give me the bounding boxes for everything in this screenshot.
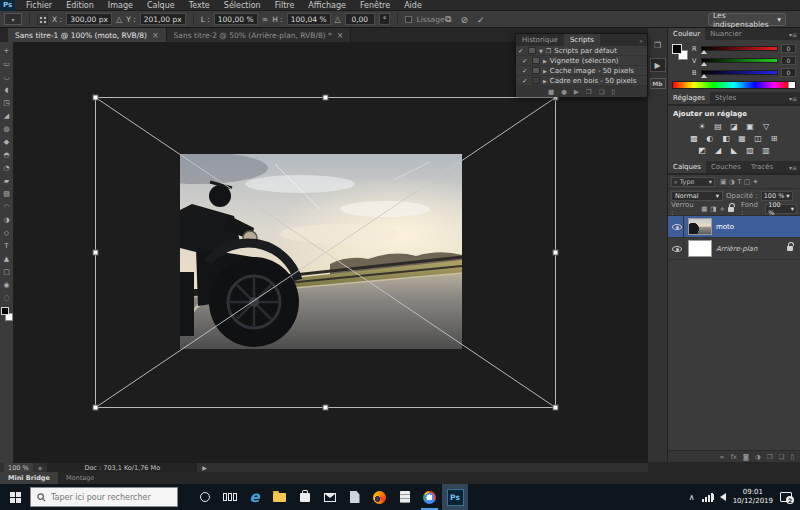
- adjustment-layer-icon[interactable]: ◑: [755, 453, 761, 461]
- crop-tool[interactable]: ◳: [0, 96, 14, 109]
- edge-button[interactable]: e: [242, 484, 267, 510]
- brush-tool[interactable]: ◆: [0, 135, 14, 148]
- tab-couches[interactable]: Couches: [706, 161, 746, 173]
- tab-mini-bridge[interactable]: Mini Bridge: [0, 472, 58, 484]
- lock-transparency-icon[interactable]: ▦: [701, 205, 707, 213]
- channel-value-field[interactable]: 0: [781, 44, 796, 53]
- lock-position-icon[interactable]: +: [719, 205, 724, 213]
- opacity-field[interactable]: 100 % ▾: [761, 191, 793, 201]
- record-icon[interactable]: ●: [561, 88, 567, 96]
- task-view-button[interactable]: [217, 484, 242, 510]
- dialog-toggle-icon[interactable]: [532, 67, 540, 74]
- trash-icon[interactable]: ▯: [790, 453, 794, 461]
- move-tool[interactable]: +: [0, 44, 14, 57]
- menu-calque[interactable]: Calque: [140, 1, 182, 10]
- adjustment-icon[interactable]: ▥: [760, 145, 773, 155]
- panel-color-swatches[interactable]: [672, 44, 688, 60]
- tab-traces[interactable]: Tracés: [746, 161, 778, 173]
- action-row[interactable]: ✓ ▶ Cache image - 50 pixels: [516, 66, 647, 76]
- adjustment-icon[interactable]: ▦: [736, 133, 749, 143]
- zoom-level-field[interactable]: 100 %: [4, 463, 33, 472]
- tab-scripts[interactable]: Scripts: [564, 34, 600, 46]
- menu-selection[interactable]: Sélection: [217, 1, 268, 10]
- layer-style-icon[interactable]: fx: [731, 453, 737, 461]
- adjustment-icon[interactable]: ▽: [760, 121, 773, 131]
- calculator-button[interactable]: [392, 484, 417, 510]
- chrome-button[interactable]: [417, 484, 442, 510]
- menu-fenetre[interactable]: Fenêtre: [353, 1, 397, 10]
- eyedropper-tool[interactable]: ◢: [0, 109, 14, 122]
- quick-selection-tool[interactable]: ◖: [0, 83, 14, 96]
- width-input[interactable]: 100,00 %: [214, 13, 258, 25]
- check-icon[interactable]: ✓: [522, 77, 529, 85]
- menu-aide[interactable]: Aide: [397, 1, 429, 10]
- adjustment-icon[interactable]: ◧: [720, 133, 733, 143]
- new-set-icon[interactable]: ❐: [586, 88, 592, 96]
- history-brush-tool[interactable]: ◔: [0, 161, 14, 174]
- mini-bridge-panel-icon[interactable]: Mb: [650, 78, 666, 89]
- relative-position-icon[interactable]: △: [116, 15, 122, 24]
- tab-couleur[interactable]: Couleur: [668, 28, 705, 40]
- lasso-tool[interactable]: ◡: [0, 70, 14, 83]
- foreground-color-swatch[interactable]: [1, 307, 9, 315]
- menu-image[interactable]: Image: [101, 1, 140, 10]
- angle-input[interactable]: 0,00: [345, 13, 375, 25]
- tab-nuancier[interactable]: Nuancier: [705, 28, 746, 40]
- link-layers-icon[interactable]: ∞: [719, 453, 724, 461]
- new-action-icon[interactable]: ❏: [599, 88, 605, 96]
- blur-tool[interactable]: ◠: [0, 200, 14, 213]
- adjustment-icon[interactable]: ▧: [744, 145, 757, 155]
- gradient-tool[interactable]: ▨: [0, 187, 14, 200]
- onenote-button[interactable]: [342, 484, 367, 510]
- cancel-transform-icon[interactable]: ⊘: [460, 15, 468, 25]
- adjustment-icon[interactable]: ▩: [688, 133, 701, 143]
- layer-filter-type-dropdown[interactable]: ⌕ Type ▾: [671, 177, 715, 187]
- new-group-icon[interactable]: ❐: [767, 453, 773, 461]
- check-icon[interactable]: ✓: [522, 67, 529, 75]
- play-icon[interactable]: ▶: [574, 88, 579, 96]
- expand-icon[interactable]: ▶: [543, 58, 547, 64]
- channel-slider[interactable]: [701, 70, 778, 75]
- tab-styles[interactable]: Styles: [710, 92, 741, 104]
- dialog-toggle-icon[interactable]: [532, 57, 540, 64]
- menu-affichage[interactable]: Affichage: [301, 1, 353, 10]
- layer-row-arriere-plan[interactable]: Arrière-plan: [668, 238, 800, 260]
- tray-expand-icon[interactable]: ∧: [689, 493, 695, 502]
- adjustment-icon[interactable]: ◫: [752, 133, 765, 143]
- close-icon[interactable]: ×: [337, 31, 344, 40]
- taskbar-search[interactable]: [30, 487, 178, 507]
- pen-tool[interactable]: ◇: [0, 226, 14, 239]
- adjustment-icon[interactable]: ▣: [744, 121, 757, 131]
- store-button[interactable]: [292, 484, 317, 510]
- eraser-tool[interactable]: ▰: [0, 174, 14, 187]
- lock-pixels-icon[interactable]: ◨: [710, 205, 716, 213]
- search-input[interactable]: [51, 493, 161, 502]
- channel-slider[interactable]: [701, 58, 778, 63]
- adjustment-icon[interactable]: ◐: [704, 133, 717, 143]
- tool-preset-picker[interactable]: ▾: [4, 13, 22, 25]
- zoom-tool[interactable]: ◌: [0, 291, 14, 304]
- layer-thumbnail[interactable]: [688, 240, 712, 257]
- adjustment-icon[interactable]: ▤: [712, 121, 725, 131]
- cortana-button[interactable]: [192, 484, 217, 510]
- visibility-cell[interactable]: [671, 238, 684, 259]
- photoshop-taskbar-button[interactable]: Ps: [442, 484, 468, 510]
- link-dimensions-icon[interactable]: ∞: [262, 15, 269, 24]
- channel-value-field[interactable]: 0: [781, 56, 796, 65]
- reference-point-icon[interactable]: [37, 14, 48, 25]
- color-spectrum-ramp[interactable]: [672, 81, 796, 89]
- menu-texte[interactable]: Texte: [182, 1, 217, 10]
- fill-field[interactable]: 100 % ▾: [765, 204, 797, 214]
- dodge-tool[interactable]: ◑: [0, 213, 14, 226]
- action-set-row[interactable]: ✓ ▼ ❐ Scripts par défaut: [516, 46, 647, 56]
- text-tool[interactable]: T: [0, 239, 14, 252]
- shape-tool[interactable]: ▢: [0, 265, 14, 278]
- foreground-color-swatch[interactable]: [672, 44, 682, 54]
- file-explorer-button[interactable]: [267, 484, 292, 510]
- color-swatches[interactable]: [1, 307, 13, 321]
- panel-menu-icon[interactable]: ▾≡: [789, 95, 800, 102]
- adjustment-icon[interactable]: ◪: [728, 121, 741, 131]
- expand-icon[interactable]: ▶: [543, 68, 547, 74]
- clone-stamp-tool[interactable]: ◓: [0, 148, 14, 161]
- tab-montage[interactable]: Montage: [58, 472, 102, 484]
